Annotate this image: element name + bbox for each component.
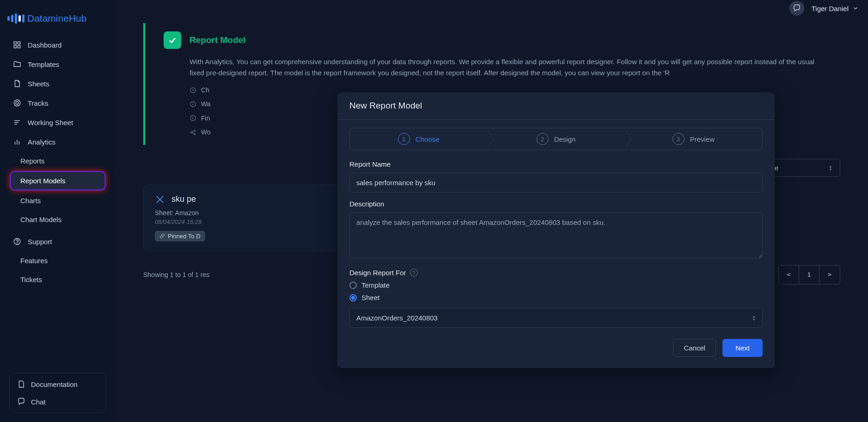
- info-icon: [189, 101, 196, 108]
- step-preview[interactable]: 3 Preview: [625, 128, 762, 150]
- radio-icon: [349, 282, 357, 289]
- speech-icon: [793, 4, 801, 12]
- svg-point-4: [14, 100, 20, 106]
- user-name: Tiger Daniel: [812, 5, 849, 12]
- modal-title: New Report Model: [337, 92, 775, 120]
- sidebar: DatamineHub Dashboard Templates Sheets T…: [0, 0, 116, 422]
- sidebar-item-label: Tickets: [20, 276, 42, 283]
- sidebar-item-label: Analytics: [28, 138, 55, 146]
- radio-template[interactable]: Template: [349, 281, 763, 289]
- description-input[interactable]: [349, 212, 763, 259]
- svg-point-20: [193, 117, 193, 117]
- results-text: Showing 1 to 1 of 1 res: [143, 271, 209, 278]
- sidebar-item-working-sheet[interactable]: Working Sheet: [0, 113, 116, 132]
- target-icon: [13, 99, 21, 107]
- step-choose[interactable]: 1 Choose: [350, 128, 487, 150]
- brand-logo[interactable]: DatamineHub: [0, 6, 116, 35]
- user-menu[interactable]: Tiger Daniel: [812, 5, 859, 12]
- bar-chart-icon: [13, 138, 21, 146]
- sidebar-item-analytics[interactable]: Analytics: [0, 132, 116, 151]
- file-icon: [13, 79, 21, 88]
- clock-icon: [189, 87, 196, 94]
- svg-rect-2: [14, 46, 16, 48]
- list-icon: [13, 118, 21, 127]
- link-icon: [159, 233, 165, 239]
- report-name-label: Report Name: [349, 160, 763, 168]
- pinned-badge: Pinned To D: [155, 231, 205, 241]
- report-name-input[interactable]: [349, 173, 763, 193]
- sidebar-item-label: Support: [28, 238, 52, 246]
- svg-rect-3: [18, 46, 20, 48]
- card-title: sku pe: [171, 194, 196, 204]
- nav-section: Dashboard Templates Sheets Tracks Workin…: [0, 35, 116, 369]
- svg-point-13: [17, 243, 18, 243]
- sidebar-documentation[interactable]: Documentation: [10, 375, 106, 393]
- sidebar-item-label: Report Models: [20, 177, 66, 185]
- sidebar-item-label: Reports: [20, 157, 45, 165]
- chat-icon: [17, 398, 25, 406]
- page-prev-button[interactable]: <: [779, 265, 799, 284]
- sidebar-item-label: Sheets: [28, 80, 49, 88]
- panel-title: Report Model: [189, 35, 245, 45]
- logo-bars-icon: [7, 13, 24, 24]
- svg-point-5: [16, 102, 18, 104]
- sidebar-subitem-tickets[interactable]: Tickets: [0, 270, 116, 289]
- stepper: 1 Choose 2 Design 3 Preview: [349, 128, 763, 150]
- pagination: < 1 >: [778, 265, 840, 284]
- sidebar-item-dashboard[interactable]: Dashboard: [0, 35, 116, 54]
- page-current-button[interactable]: 1: [799, 265, 819, 284]
- radio-icon: [349, 294, 357, 301]
- sidebar-item-label: Documentation: [31, 380, 78, 388]
- brand-name: DatamineHub: [27, 13, 86, 24]
- next-button[interactable]: Next: [722, 339, 763, 357]
- sidebar-item-label: Chat: [31, 398, 46, 406]
- check-badge-icon: [164, 31, 181, 49]
- radio-sheet[interactable]: Sheet: [349, 294, 763, 301]
- svg-line-24: [192, 131, 194, 132]
- chevron-down-icon: [852, 5, 859, 12]
- updown-icon: ▲▼: [752, 315, 756, 321]
- grid-icon: [13, 41, 21, 49]
- topbar: Tiger Daniel: [116, 0, 868, 17]
- sidebar-chat[interactable]: Chat: [10, 393, 106, 410]
- sidebar-subitem-report-models[interactable]: Report Models: [11, 172, 104, 189]
- sidebar-item-label: Tracks: [28, 99, 48, 107]
- folder-icon: [13, 60, 21, 68]
- design-for-label: Design Report For ?: [349, 269, 763, 277]
- svg-line-25: [192, 133, 194, 134]
- page-icon: [17, 380, 25, 388]
- sidebar-item-label: Features: [20, 257, 48, 265]
- info-icon: [189, 115, 196, 121]
- share-icon: [189, 129, 196, 136]
- design-icon: [155, 194, 165, 205]
- sidebar-item-label: Working Sheet: [28, 119, 73, 127]
- main-area: Tiger Daniel Report Model With Analytics…: [116, 0, 868, 422]
- description-label: Description: [349, 200, 763, 208]
- step-design[interactable]: 2 Design: [487, 128, 624, 150]
- sidebar-subitem-features[interactable]: Features: [0, 251, 116, 270]
- svg-rect-1: [18, 42, 20, 44]
- help-icon[interactable]: ?: [410, 269, 418, 277]
- sidebar-subitem-reports[interactable]: Reports: [0, 151, 116, 170]
- sidebar-item-label: Charts: [20, 197, 41, 205]
- sidebar-bottom-box: Documentation Chat: [9, 373, 106, 413]
- sidebar-item-templates[interactable]: Templates: [0, 54, 116, 74]
- sidebar-item-label: Dashboard: [28, 41, 61, 49]
- svg-rect-0: [14, 42, 16, 44]
- page-next-button[interactable]: >: [819, 265, 840, 284]
- sidebar-item-support[interactable]: Support: [0, 232, 116, 251]
- sidebar-subitem-chart-models[interactable]: Chart Models: [0, 210, 116, 229]
- sidebar-item-label: Templates: [28, 60, 59, 68]
- sidebar-item-label: Chart Models: [20, 216, 61, 223]
- new-report-model-modal: New Report Model 1 Choose 2 Design 3 Pre…: [337, 92, 775, 368]
- sheet-select[interactable]: AmazonOrders_20240803 ▲▼: [349, 308, 763, 328]
- sidebar-item-sheets[interactable]: Sheets: [0, 74, 116, 93]
- svg-point-17: [193, 102, 193, 103]
- help-icon: [13, 237, 21, 246]
- sidebar-item-tracks[interactable]: Tracks: [0, 93, 116, 113]
- sidebar-subitem-charts[interactable]: Charts: [0, 191, 116, 210]
- updown-icon: ▲▼: [829, 165, 832, 171]
- topbar-chat-button[interactable]: [789, 1, 804, 16]
- cancel-button[interactable]: Cancel: [673, 339, 716, 357]
